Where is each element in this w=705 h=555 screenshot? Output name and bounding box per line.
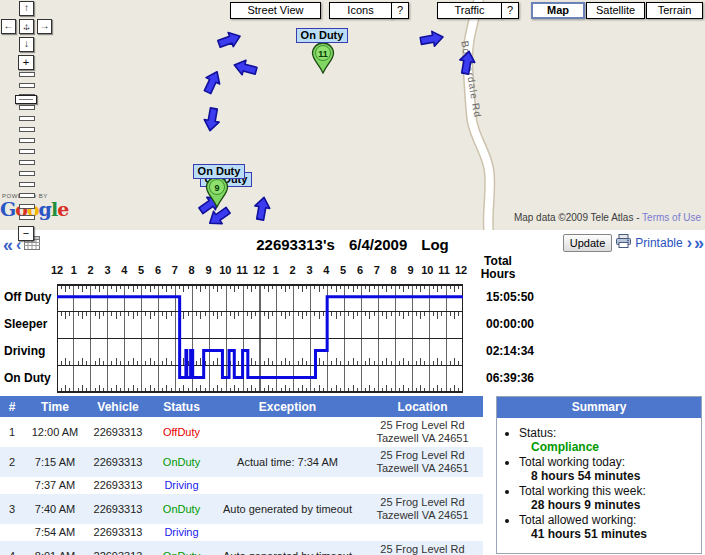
pan-right-button[interactable]: →	[37, 19, 52, 34]
zoom-slider-notch[interactable]	[19, 182, 35, 187]
summary-title: Summary	[497, 397, 701, 418]
summary-list: Status:ComplianceTotal working today:8 h…	[505, 426, 701, 541]
printer-icon[interactable]	[616, 234, 631, 252]
summary-item-value: 28 hours 9 minutes	[519, 498, 701, 512]
map-zoom-control: + −	[17, 55, 39, 226]
total-hours-header-line: Hours	[462, 268, 534, 281]
vehicle-marker-pin[interactable]: 11	[311, 42, 335, 78]
vehicle-marker-pin[interactable]: 9	[205, 176, 229, 212]
zoom-slider-notch[interactable]	[19, 193, 35, 198]
pan-center-button[interactable]: ↔ ↕	[19, 19, 34, 34]
event-number	[0, 524, 24, 541]
zoom-slider-handle[interactable]	[15, 95, 37, 104]
printable-link[interactable]: Printable	[635, 236, 682, 250]
pan-center-icon: ↕	[20, 20, 33, 33]
total-hours-header: TotalHours	[462, 255, 534, 281]
hour-tick-label: 10	[418, 264, 436, 276]
zoom-slider-notch[interactable]	[19, 105, 35, 110]
help-button[interactable]: ?	[501, 2, 519, 19]
hour-tick-label: 1	[267, 264, 285, 276]
help-button[interactable]: ?	[391, 2, 409, 19]
zoom-slider-notch[interactable]	[19, 116, 35, 121]
zoom-slider-notch[interactable]	[19, 215, 35, 220]
pan-left-icon: ←	[4, 20, 14, 31]
terms-of-use-link[interactable]: Terms of Use	[642, 212, 701, 223]
event-vehicle: 22693313	[86, 477, 150, 494]
hour-tick-label: 8	[183, 264, 201, 276]
hour-tick-label: 1	[65, 264, 83, 276]
map-button-terrain[interactable]: Terrain	[646, 2, 703, 19]
zoom-out-button[interactable]: −	[18, 226, 34, 241]
update-button[interactable]: Update	[563, 234, 612, 252]
map-region[interactable]: Bowlerdale Rd 11On DutyOn Duty9On Duty S…	[0, 0, 705, 230]
hour-tick-label: 12	[48, 264, 66, 276]
pan-down-button[interactable]: ↓	[19, 37, 34, 52]
next-day-icon[interactable]: ›	[687, 235, 690, 251]
duty-status-chart: TotalHours 12123456789101112123456789101…	[0, 258, 705, 396]
summary-item-value: 41 hours 51 minutes	[519, 527, 701, 541]
event-row: 112:00 AM22693313OffDuty25 Frog Level Rd…	[0, 417, 483, 447]
hour-tick-label: 7	[166, 264, 184, 276]
zoom-slider-notch[interactable]	[19, 138, 35, 143]
pan-up-button[interactable]: ↑	[19, 1, 34, 16]
column-header-vehicle: Vehicle	[86, 396, 150, 417]
duty-status-label[interactable]: On Duty	[193, 164, 245, 179]
duty-row-label: Off Duty	[4, 290, 56, 304]
map-button-street-view[interactable]: Street View	[230, 2, 321, 19]
map-button-map[interactable]: Map	[531, 2, 585, 19]
zoom-slider-notch[interactable]	[19, 149, 35, 154]
map-button-traffic[interactable]: Traffic	[437, 2, 502, 19]
zoom-slider-notch[interactable]	[19, 160, 35, 165]
hour-tick-label: 5	[132, 264, 150, 276]
google-logo-letter: e	[57, 198, 68, 220]
next-week-icon[interactable]: »	[694, 235, 702, 251]
event-row: 7:54 AM22693313Driving	[0, 524, 483, 541]
pan-up-icon: ↑	[24, 2, 29, 13]
zoom-slider-notch[interactable]	[19, 72, 35, 77]
map-attribution: Map data ©2009 Tele Atlas - Terms of Use	[514, 212, 701, 223]
events-table-header: #TimeVehicleStatusExceptionLocation	[0, 396, 483, 417]
summary-item-label: Total working this week:	[519, 484, 701, 498]
pan-down-icon: ↓	[24, 38, 29, 49]
event-time: 8:01 AM	[24, 541, 86, 555]
column-header-num: #	[0, 396, 24, 417]
pan-left-button[interactable]: ←	[1, 19, 16, 34]
map-button-icons[interactable]: Icons	[329, 2, 392, 19]
hour-tick-label: 11	[435, 264, 453, 276]
zoom-slider-notch[interactable]	[19, 127, 35, 132]
hour-tick-label: 10	[216, 264, 234, 276]
google-logo-letter: G	[0, 198, 15, 220]
zoom-in-button[interactable]: +	[18, 55, 34, 70]
road	[0, 0, 705, 230]
summary-item-label: Total allowed working:	[519, 513, 701, 527]
hour-tick-label: 5	[334, 264, 352, 276]
event-status: OnDuty	[150, 447, 213, 477]
map-button-satellite[interactable]: Satellite	[586, 2, 645, 19]
duty-row-label: On Duty	[4, 371, 56, 385]
duty-row-label: Driving	[4, 344, 56, 358]
event-status: OnDuty	[150, 494, 213, 524]
zoom-slider-notch[interactable]	[19, 204, 35, 209]
event-time: 12:00 AM	[24, 417, 86, 447]
event-number: 1	[0, 417, 24, 447]
summary-item: Total working today:8 hours 54 minutes	[519, 455, 701, 483]
zoom-slider-notch[interactable]	[19, 171, 35, 176]
hour-tick-label: 6	[351, 264, 369, 276]
summary-item-label: Total working today:	[519, 455, 701, 469]
duty-row-total-hours: 02:14:34	[462, 344, 534, 358]
event-vehicle: 22693313	[86, 417, 150, 447]
event-time: 7:40 AM	[24, 494, 86, 524]
hour-tick-label: 8	[385, 264, 403, 276]
duty-status-label[interactable]: On Duty	[296, 28, 348, 43]
fleet-log-page: Bowlerdale Rd 11On DutyOn Duty9On Duty S…	[0, 0, 705, 555]
hour-tick-label: 12	[250, 264, 268, 276]
zoom-slider-notch[interactable]	[19, 83, 35, 88]
hour-tick-label: 9	[402, 264, 420, 276]
hour-tick-label: 9	[200, 264, 218, 276]
event-row: 37:40 AM22693313OnDutyAuto generated by …	[0, 494, 483, 524]
event-time: 7:54 AM	[24, 524, 86, 541]
hour-tick-label: 6	[149, 264, 167, 276]
hour-tick-label: 2	[284, 264, 302, 276]
summary-item: Status:Compliance	[519, 426, 701, 454]
event-number: 3	[0, 494, 24, 524]
